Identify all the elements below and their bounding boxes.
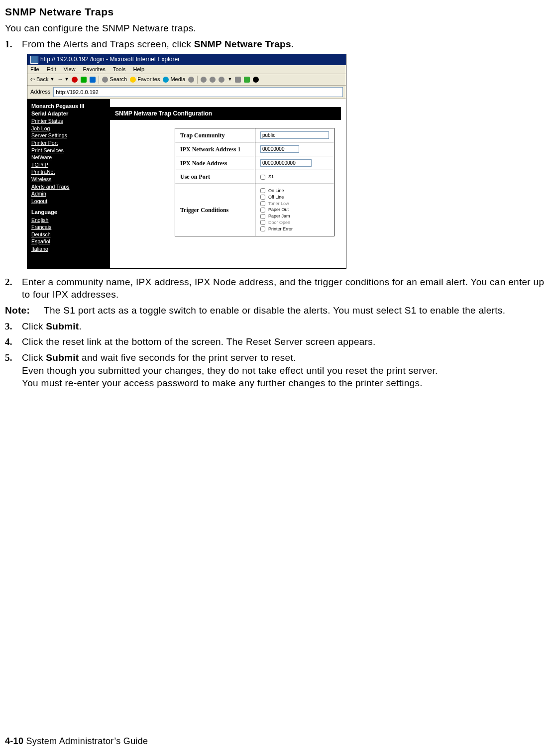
sidebar-lang-deutsch[interactable]: Deutsch	[31, 231, 106, 238]
sidebar-item-tcpip[interactable]: TCP/IP	[31, 162, 106, 168]
sidebar-item-print-services[interactable]: Print Services	[31, 147, 106, 154]
page-title: SNMP Netware Trap Configuration	[110, 107, 341, 120]
trigger-paperjam-checkbox[interactable]	[260, 214, 265, 219]
sidebar-item-job-log[interactable]: Job Log	[31, 125, 106, 132]
trap-community-label: Trap Community	[175, 128, 255, 142]
ipx-network-input[interactable]	[260, 145, 299, 153]
sidebar: Monarch Pegasus III Serial Adapter Print…	[27, 99, 110, 268]
step-number-4: 4.	[5, 335, 22, 348]
trigger-dooropen-label: Door Open	[268, 220, 290, 225]
ipx-network-label: IPX Network Address 1	[175, 142, 255, 156]
menu-file[interactable]: File	[30, 66, 39, 72]
discuss-icon[interactable]	[235, 77, 241, 83]
favorites-button[interactable]: Favorites	[130, 76, 160, 83]
note-label: Note:	[5, 304, 44, 317]
step-number-1: 1.	[5, 38, 22, 51]
edit-icon[interactable]	[219, 77, 224, 83]
sidebar-title-2: Serial Adapter	[31, 110, 106, 117]
extra-icon[interactable]	[253, 77, 259, 83]
ipx-node-label: IPX Node Address	[175, 156, 255, 170]
window-titlebar: http:// 192.0.0.192 /login - Microsoft I…	[27, 54, 346, 65]
step-number-3: 3.	[5, 320, 22, 333]
note-text: The S1 port acts as a toggle switch to e…	[44, 304, 545, 317]
trap-community-input[interactable]	[260, 131, 329, 139]
sidebar-item-printer-port[interactable]: Printer Port	[31, 140, 106, 146]
intro-text: You can configure the SNMP Netware traps…	[5, 22, 545, 35]
trigger-conditions-label: Trigger Conditions	[175, 184, 255, 236]
address-bar: Address	[27, 86, 346, 99]
dropdown-icon[interactable]: ▼	[227, 77, 232, 82]
sidebar-item-wireless[interactable]: Wireless	[31, 176, 106, 183]
refresh-icon[interactable]	[81, 77, 87, 83]
stop-icon[interactable]	[72, 77, 78, 83]
sidebar-item-server-settings[interactable]: Server Settings	[31, 132, 106, 139]
mail-icon[interactable]	[201, 77, 207, 83]
ie-icon	[30, 56, 38, 64]
menu-edit[interactable]: Edit	[47, 66, 56, 72]
step-5-body: Click Submit and wait five seconds for t…	[22, 351, 545, 390]
star-icon	[130, 77, 136, 83]
media-icon	[163, 77, 169, 83]
step-4-body: Click the reset link at the bottom of th…	[22, 335, 545, 348]
trigger-dooropen-checkbox[interactable]	[260, 220, 265, 225]
trigger-tonerlow-label: Toner Low	[268, 201, 289, 207]
section-heading: SNMP Netware Traps	[5, 5, 545, 19]
search-button[interactable]: Search	[102, 76, 127, 83]
sidebar-item-netware[interactable]: NetWare	[31, 154, 106, 161]
trigger-printererror-label: Printer Error	[268, 226, 293, 232]
use-port-s1-label: S1	[268, 174, 274, 180]
toolbar: ⇦ Back ▼ → ▼ Search Favorites Media ▼	[27, 74, 346, 86]
sidebar-item-alerts-traps[interactable]: Alerts and Traps	[31, 184, 106, 190]
forward-button[interactable]: → ▼	[57, 76, 69, 83]
history-icon[interactable]	[188, 77, 194, 83]
trigger-paperout-checkbox[interactable]	[260, 208, 265, 213]
step-number-5: 5.	[5, 351, 22, 390]
step-3-body: Click Submit.	[22, 320, 545, 333]
sidebar-lang-francais[interactable]: Français	[31, 224, 106, 230]
media-button[interactable]: Media	[163, 76, 185, 83]
trigger-online-label: On Line	[268, 188, 284, 194]
menu-bar[interactable]: File Edit View Favorites Tools Help	[27, 65, 346, 74]
embedded-screenshot: http:// 192.0.0.192 /login - Microsoft I…	[27, 54, 545, 269]
sidebar-language-label: Language	[31, 209, 106, 216]
step-number-2: 2.	[5, 276, 22, 301]
back-button[interactable]: ⇦ Back ▼	[30, 76, 54, 83]
step-1-body: From the Alerts and Traps screen, click …	[22, 38, 545, 51]
address-input[interactable]	[53, 87, 343, 97]
trigger-online-checkbox[interactable]	[260, 188, 265, 193]
config-table: Trap Community IPX Network Address 1 IPX…	[175, 128, 334, 236]
trigger-offline-label: Off Line	[268, 195, 284, 200]
trigger-printererror-checkbox[interactable]	[260, 226, 265, 231]
sidebar-item-printranet[interactable]: PrintraNet	[31, 169, 106, 175]
sidebar-lang-espanol[interactable]: Español	[31, 238, 106, 245]
sidebar-lang-italiano[interactable]: Italiano	[31, 246, 106, 252]
menu-view[interactable]: View	[64, 66, 76, 72]
menu-tools[interactable]: Tools	[113, 66, 126, 72]
window-title: http:// 192.0.0.192 /login - Microsoft I…	[40, 56, 180, 63]
messenger-icon[interactable]	[244, 77, 250, 83]
address-label: Address	[30, 89, 50, 95]
print-icon[interactable]	[210, 77, 216, 83]
search-icon	[102, 77, 108, 83]
menu-favorites[interactable]: Favorites	[83, 66, 106, 72]
ipx-node-input[interactable]	[260, 159, 312, 167]
menu-help[interactable]: Help	[133, 66, 144, 72]
sidebar-item-logout[interactable]: Logout	[31, 198, 106, 205]
home-icon[interactable]	[90, 77, 96, 83]
trigger-paperout-label: Paper Out	[268, 207, 289, 213]
trigger-paperjam-label: Paper Jam	[268, 214, 290, 219]
use-on-port-label: Use on Port	[175, 170, 255, 184]
sidebar-lang-english[interactable]: English	[31, 217, 106, 223]
sidebar-title-1: Monarch Pegasus III	[31, 103, 106, 109]
use-port-s1-checkbox[interactable]	[260, 175, 265, 180]
sidebar-item-printer-status[interactable]: Printer Status	[31, 118, 106, 124]
trigger-tonerlow-checkbox[interactable]	[260, 201, 265, 206]
step-2-body: Enter a community name, IPX address, IPX…	[22, 276, 545, 301]
sidebar-item-admin[interactable]: Admin	[31, 191, 106, 197]
trigger-offline-checkbox[interactable]	[260, 195, 265, 200]
